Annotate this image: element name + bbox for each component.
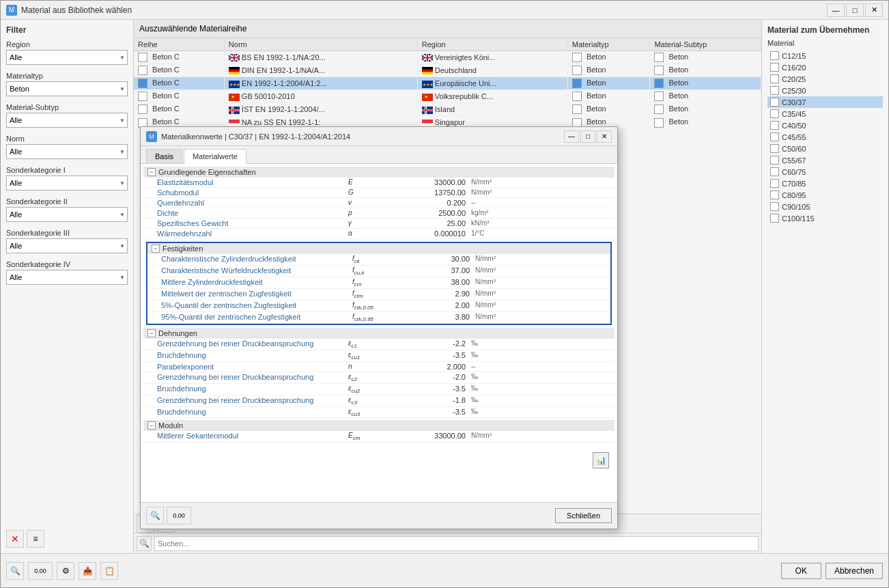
prop-val-g: 13750.00 (403, 188, 471, 197)
app-icon: M (6, 5, 17, 16)
list-item[interactable]: C70/85 (767, 178, 883, 189)
prop-fctm: Mittelwert der zentrischen Zugfestigkeit… (147, 289, 610, 300)
sonderkategorie3-select[interactable]: Alle (6, 238, 128, 253)
col-norm: Norm (224, 38, 417, 51)
cell-materialtyp: Beton (567, 64, 650, 77)
prop-val-ec3: -1.8 (403, 396, 471, 406)
list-item[interactable]: C60/75 (767, 166, 883, 178)
collapse-festigkeiten[interactable]: − (152, 244, 160, 253)
cell-norm: BS EN 1992-1-1/NA:20... (224, 51, 417, 64)
ok-button[interactable]: OK (781, 563, 821, 579)
list-item[interactable]: C30/37 (767, 96, 883, 108)
table-row[interactable]: Beton C İST EN 1992-1-1:2004/... Island … (134, 103, 761, 116)
filter-bottom-toolbar: ✕ ≡ (6, 527, 128, 548)
list-item[interactable]: C50/60 (767, 143, 883, 154)
cell-materialtyp: Beton (567, 51, 650, 64)
dialog-search-button[interactable]: 🔍 (146, 507, 164, 524)
sonderkategorie2-select[interactable]: Alle (6, 207, 128, 222)
cell-region: Deutschland (417, 64, 567, 77)
prop-name-fcuk: Charakteristische Würfeldruckfestigkeit (161, 266, 352, 276)
dialog-close-button[interactable]: ✕ (597, 130, 612, 143)
maximize-button[interactable]: □ (846, 3, 864, 17)
dialog-close-main-button[interactable]: Schließen (555, 508, 612, 523)
sonderkategorie1-select[interactable]: Alle (6, 176, 128, 191)
list-item[interactable]: C40/50 (767, 120, 883, 131)
search-bottom-button[interactable]: 🔍 (6, 562, 24, 580)
close-button[interactable]: ✕ (865, 3, 883, 17)
festigkeiten-title: Festigkeiten (163, 244, 203, 253)
cell-reihe: Beton C (134, 103, 224, 116)
tab-materialwerte[interactable]: Materialwerte (184, 149, 246, 164)
prop-sym-fctk005: fctk,0.05 (352, 301, 407, 311)
dialog-title: Materialkennwerte | C30/37 | EN 1992-1-1… (161, 132, 350, 141)
dialog-content: − Grundlegende Eigenschaften Elastizität… (141, 164, 617, 502)
cell-subtyp: Beton (650, 103, 761, 116)
prop-name-ec3: Grenzdehnung bei reiner Druckbeanspruchu… (157, 396, 348, 406)
collapse-moduln[interactable]: − (147, 421, 156, 430)
value-bottom-button[interactable]: 0.00 (28, 562, 53, 580)
prop-unit-fcuk: N/mm² (475, 266, 530, 276)
search-input[interactable] (154, 536, 759, 551)
list-item[interactable]: C35/45 (767, 108, 883, 120)
list-item[interactable]: C12/15 (767, 50, 883, 61)
dialog-maximize-button[interactable]: □ (580, 130, 595, 143)
prop-name-rho: Dichte (157, 209, 348, 217)
import-bottom-button[interactable]: 📋 (100, 562, 118, 580)
table-row[interactable]: Beton C DIN EN 1992-1-1/NA/A... Deutschl… (134, 64, 761, 77)
list-item-checkbox (770, 109, 779, 118)
tab-basis[interactable]: Basis (146, 149, 182, 163)
collapse-grundlegende[interactable]: − (147, 168, 156, 176)
search-icon-button[interactable]: 🔍 (137, 536, 152, 551)
list-item[interactable]: C20/25 (767, 73, 883, 85)
list-item[interactable]: C45/55 (767, 131, 883, 143)
subtyp-select[interactable]: Alle (6, 113, 128, 128)
cell-reihe: Beton C (134, 77, 224, 90)
filter-title: Filter (6, 25, 128, 35)
list-item[interactable]: C100/115 (767, 212, 883, 224)
sonderkategorie4-select[interactable]: Alle (6, 270, 128, 285)
prop-unit-fcm: N/mm² (475, 278, 530, 288)
region-select[interactable]: Alle (6, 50, 128, 65)
prop-querdehnung: Querdehnzahl ν 0.200 -- (143, 198, 615, 208)
subtyp-label: Material-Subtyp (6, 103, 128, 111)
settings-bottom-button[interactable]: ⚙ (57, 562, 74, 580)
table-row[interactable]: Beton C ★GB 50010-2010 ★Volksrepublik C.… (134, 90, 761, 103)
dehnungen-section: − Dehnungen Grenzdehnung bei reiner Druc… (143, 328, 615, 419)
right-panel-title: Material zum Übernehmen (767, 25, 883, 35)
dialog-minimize-button[interactable]: — (564, 130, 579, 143)
prop-val-fcm: 38.00 (407, 278, 475, 288)
table-row[interactable]: Beton C ★★★EN 1992-1-1:2004/A1:2... ★★★E… (134, 77, 761, 90)
cancel-button[interactable]: Abbrechen (825, 563, 883, 579)
prop-sym-fcuk: fcu,k (352, 266, 407, 276)
sonderkategorie2-label: Sonderkategorie II (6, 197, 128, 206)
prop-name-fcm: Mittlere Zylinderdruckfestigkeit (161, 278, 352, 288)
dialog-value-button[interactable]: 0.00 (167, 507, 191, 524)
materialtyp-select[interactable]: Beton (6, 81, 128, 96)
moduln-section: − Moduln Mittlerer Sekantenmodul Ecm 330… (143, 420, 615, 443)
sonderkategorie4-label: Sonderkategorie IV (6, 260, 128, 268)
sonderkategorie3-section: Sonderkategorie III Alle (6, 229, 128, 253)
material-list: C12/15C16/20C20/25C25/30C30/37C35/45C40/… (767, 50, 883, 224)
list-item[interactable]: C55/67 (767, 154, 883, 166)
prop-sym-fck: fck (352, 255, 407, 264)
prop-sym-ecm: Ecm (348, 432, 403, 441)
prop-unit-g: N/mm² (471, 188, 526, 197)
prop-val-alpha: 0.000010 (403, 229, 471, 238)
prop-sym-fcm: fcm (352, 278, 407, 288)
list-item[interactable]: C80/95 (767, 189, 883, 201)
cell-subtyp: Beton (650, 64, 761, 77)
filter-options-button[interactable]: ≡ (27, 530, 44, 548)
list-item[interactable]: C16/20 (767, 61, 883, 73)
norm-select[interactable]: Alle (6, 144, 128, 159)
grundlegende-header: − Grundlegende Eigenschaften (143, 167, 615, 178)
export-dialog-button[interactable]: 📊 (593, 452, 609, 468)
collapse-dehnungen[interactable]: − (147, 329, 156, 337)
list-item[interactable]: C90/105 (767, 201, 883, 212)
prop-val-n: 2.000 (403, 363, 471, 371)
svg-text:★: ★ (231, 94, 235, 99)
delete-filter-button[interactable]: ✕ (6, 530, 24, 548)
list-item[interactable]: C25/30 (767, 85, 883, 96)
table-row[interactable]: Beton C BS EN 1992-1-1/NA:20... Vereinig… (134, 51, 761, 64)
export-bottom-button[interactable]: 📤 (79, 562, 96, 580)
minimize-button[interactable]: — (827, 3, 845, 17)
